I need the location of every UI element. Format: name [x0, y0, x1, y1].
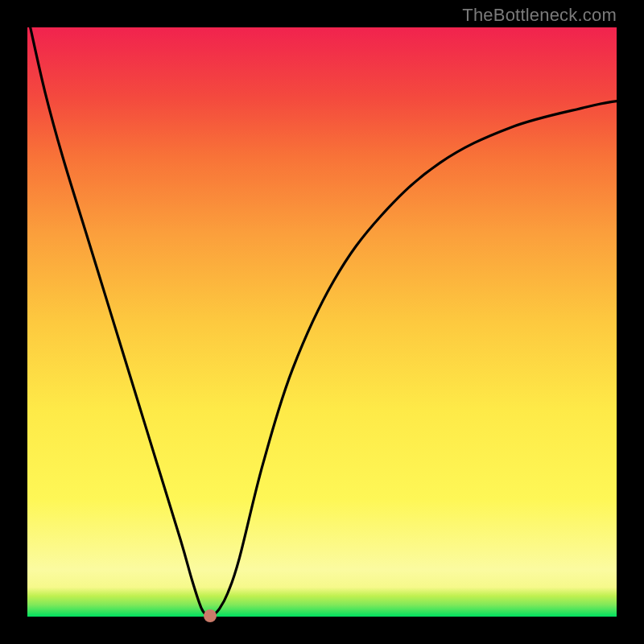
- chart-frame: TheBottleneck.com: [0, 0, 644, 644]
- plot-area: [27, 27, 617, 617]
- watermark-text: TheBottleneck.com: [462, 5, 617, 26]
- minimum-marker-dot: [204, 609, 217, 622]
- bottleneck-curve-path: [31, 27, 617, 616]
- curve-svg: [27, 27, 617, 617]
